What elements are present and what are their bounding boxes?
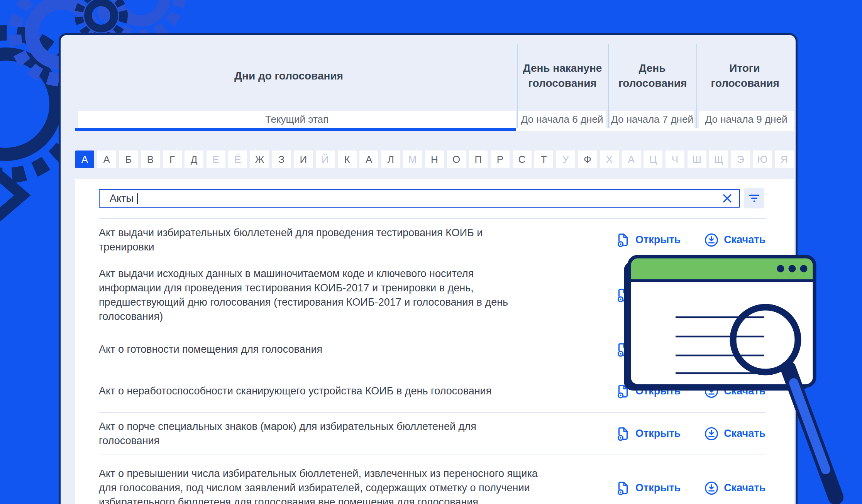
window-dots-icon xyxy=(777,265,808,272)
open-button-label: Открыть xyxy=(635,234,681,246)
alphabet-letter: У xyxy=(556,151,575,168)
alphabet-letter: Ю xyxy=(753,151,772,168)
alphabet-letter[interactable]: П xyxy=(469,151,488,168)
alphabet-letter[interactable]: Б xyxy=(119,151,138,168)
tab-voting-results[interactable]: Итоги голосования xyxy=(696,51,793,101)
clear-search-button[interactable] xyxy=(721,192,734,205)
alphabet-letter: Х xyxy=(600,151,619,168)
alphabet-letter[interactable]: А xyxy=(97,151,116,168)
stage-box-current: Текущий этап xyxy=(78,111,516,128)
stage-progress xyxy=(75,128,794,131)
alphabet-letter[interactable]: Л xyxy=(381,151,400,168)
document-title: Акт о порче специальных знаков (марок) д… xyxy=(99,419,539,448)
alphabet-letter: Ш xyxy=(688,151,706,168)
download-icon xyxy=(705,233,718,247)
tab-label: День голосования xyxy=(618,61,686,91)
stage-progress-fill xyxy=(75,128,516,131)
alphabet-letter: Й xyxy=(316,151,335,168)
alphabet-letter: Щ xyxy=(709,151,728,168)
document-eye-icon xyxy=(616,233,630,247)
stage-box: До начала 6 дней xyxy=(518,111,606,128)
alphabet-letter[interactable]: Ф xyxy=(578,151,597,168)
document-actions: Открыть Скачать xyxy=(616,233,766,247)
open-button[interactable]: Открыть xyxy=(616,233,681,247)
alphabet-letter[interactable]: Д xyxy=(185,151,203,168)
alphabet-letter[interactable]: Г xyxy=(163,151,182,168)
stage-box: До начала 7 дней xyxy=(610,111,694,128)
alphabet-letter[interactable]: Р xyxy=(491,151,510,168)
page: { "colors": { "background": "#1156F1", "… xyxy=(0,0,862,504)
alphabet-letter[interactable]: О xyxy=(447,151,466,168)
alphabet-letter: Ч xyxy=(666,151,684,168)
document-title: Акт о превышении числа избирательных бюл… xyxy=(99,467,539,504)
download-button[interactable]: Скачать xyxy=(705,233,765,247)
search-value: Акты xyxy=(110,193,134,205)
document-title: Акт о готовности помещения для голосован… xyxy=(99,342,539,357)
tab-label: День накануне голосования xyxy=(521,61,604,91)
alphabet-letter: Я xyxy=(775,151,794,168)
search-input[interactable]: Акты xyxy=(99,189,740,208)
tab-label: Итоги голосования xyxy=(711,61,779,91)
alphabet-letter[interactable]: Ж xyxy=(250,151,269,168)
tab-days-before-voting[interactable]: Дни до голосования xyxy=(61,51,517,101)
document-title: Акт выдачи избирательных бюллетеней для … xyxy=(99,226,539,254)
alphabet-letter[interactable]: И xyxy=(294,151,313,168)
alphabet-letter: Ц xyxy=(644,151,662,168)
alphabet-letter[interactable]: В xyxy=(141,151,160,168)
document-title: Акт выдачи исходных данных в машиночитае… xyxy=(99,267,539,324)
alphabet-letter[interactable]: З xyxy=(272,151,291,168)
filter-icon xyxy=(749,194,760,203)
alphabet-letter: Е xyxy=(207,151,225,168)
alphabet-letter: Э xyxy=(731,151,750,168)
alphabet-letter[interactable]: Т xyxy=(534,151,553,168)
text-cursor xyxy=(137,193,138,204)
search-illustration xyxy=(614,247,862,504)
alphabet-letter[interactable]: А xyxy=(75,151,94,168)
tab-day-before-voting[interactable]: День накануне голосования xyxy=(517,51,608,101)
tab-label: Дни до голосования xyxy=(234,68,343,83)
close-icon xyxy=(721,193,733,204)
stage-box: До начала 9 дней xyxy=(699,111,794,128)
document-title: Акт о неработоспособности сканирующего у… xyxy=(99,384,539,398)
tab-voting-day[interactable]: День голосования xyxy=(608,51,696,101)
alphabet-letter[interactable]: Н xyxy=(425,151,444,168)
filter-button[interactable] xyxy=(744,188,764,208)
alphabet-letter: М xyxy=(403,151,422,168)
alphabet-letter[interactable]: С xyxy=(513,151,532,168)
alphabet-letter: А xyxy=(622,151,641,168)
alphabet-row: ААБВГДЕЁЖЗИЙКАЛМНОПРСТУФХАЦЧШЩЭЮЯ xyxy=(75,151,794,168)
alphabet-letter: Ё xyxy=(228,151,247,168)
alphabet-letter[interactable]: К xyxy=(338,151,357,168)
download-button-label: Скачать xyxy=(724,234,765,246)
alphabet-letter[interactable]: А xyxy=(359,151,378,168)
